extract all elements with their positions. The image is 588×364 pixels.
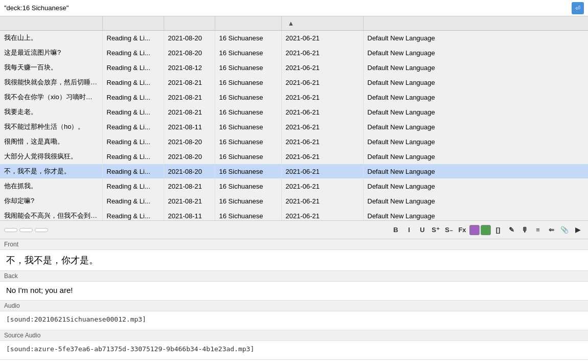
cell-due: 2021-08-20 — [164, 134, 215, 149]
rtl-btn[interactable]: ⇐ — [545, 224, 557, 236]
table-row[interactable]: 我闹能会不高兴，但我不会到想要自…Reading & Li...2021-08-… — [0, 209, 588, 221]
cell-card: Reading & Li... — [102, 46, 164, 60]
more-btn[interactable]: ▶ — [572, 224, 584, 236]
card-editor: Front不，我不是，你才是。BackNo I'm not; you are!A… — [0, 239, 588, 364]
cell-card: Reading & Li... — [102, 60, 164, 75]
attach-btn[interactable]: 📎 — [558, 224, 571, 236]
cards-button[interactable] — [35, 228, 48, 232]
cell-sortField: 我不能过那种生活（ho）。 — [0, 120, 102, 134]
card-table: ▲ 我在山上。Reading & Li...2021-08-2016 Sichu… — [0, 16, 588, 221]
cell-created: 2021-06-21 — [281, 90, 363, 105]
table-row[interactable]: 我很能快就会放弃，然后切睡一会…Reading & Li...2021-08-2… — [0, 75, 588, 90]
cell-due: 2021-08-21 — [164, 90, 215, 105]
field-content-audio[interactable]: [sound:20210621Sichuanese00012.mp3] — [0, 311, 588, 330]
preview-button[interactable] — [4, 228, 17, 232]
list-btn[interactable]: ≡ — [532, 224, 544, 236]
search-button[interactable]: ⏎ — [572, 2, 584, 14]
field-content-front[interactable]: 不，我不是，你才是。 — [0, 250, 588, 270]
bold-btn[interactable]: B — [390, 224, 402, 236]
col-header-card[interactable] — [102, 16, 164, 31]
col-header-note[interactable] — [363, 16, 588, 31]
cell-deck: 16 Sichuanese — [215, 120, 281, 134]
search-input[interactable] — [4, 4, 572, 12]
table-row[interactable]: 很阁惜，这是真嘞。Reading & Li...2021-08-2016 Sic… — [0, 134, 588, 149]
cell-deck: 16 Sichuanese — [215, 149, 281, 164]
cell-card: Reading & Li... — [102, 134, 164, 149]
cell-sortField: 我很能快就会放弃，然后切睡一会… — [0, 75, 102, 90]
table-row[interactable]: 这是最近流图片嘛?Reading & Li...2021-08-2016 Sic… — [0, 46, 588, 60]
table-row[interactable]: 我不能过那种生活（ho）。Reading & Li...2021-08-1116… — [0, 120, 588, 134]
cell-note: Default New Language — [363, 105, 588, 120]
cell-created: 2021-06-21 — [281, 60, 363, 75]
cell-deck: 16 Sichuanese — [215, 31, 281, 46]
cell-sortField: 我每天赚一百块。 — [0, 60, 102, 75]
cell-note: Default New Language — [363, 60, 588, 75]
col-header-deck[interactable] — [215, 16, 281, 31]
cell-created: 2021-06-21 — [281, 120, 363, 134]
table-row[interactable]: 他在抓我。Reading & Li...2021-08-2116 Sichuan… — [0, 179, 588, 194]
field-label-back: Back — [0, 271, 588, 282]
cell-note: Default New Language — [363, 179, 588, 194]
function-btn[interactable]: Fx — [456, 224, 468, 236]
mic-btn[interactable]: 🎙 — [518, 224, 531, 236]
cell-note: Default New Language — [363, 134, 588, 149]
table-row[interactable]: 我在山上。Reading & Li...2021-08-2016 Sichuan… — [0, 31, 588, 46]
cell-sortField: 大部分人觉得我很疯狂。 — [0, 149, 102, 164]
cell-deck: 16 Sichuanese — [215, 179, 281, 194]
field-section-back: BackNo I'm not; you are! — [0, 271, 588, 301]
table-row[interactable]: 不，我不是，你才是。Reading & Li...2021-08-2016 Si… — [0, 164, 588, 179]
cell-sortField: 这是最近流图片嘛? — [0, 46, 102, 60]
table-row[interactable]: 我要走老。Reading & Li...2021-08-2116 Sichuan… — [0, 105, 588, 120]
table-row[interactable]: 大部分人觉得我很疯狂。Reading & Li...2021-08-2016 S… — [0, 149, 588, 164]
superscript-btn[interactable]: S⁺ — [429, 224, 442, 236]
cell-deck: 16 Sichuanese — [215, 60, 281, 75]
cell-created: 2021-06-21 — [281, 75, 363, 90]
cell-note: Default New Language — [363, 149, 588, 164]
cell-created: 2021-06-21 — [281, 134, 363, 149]
field-content-sourceAudio[interactable]: [sound:azure-5fe37ea6-ab71375d-33075129-… — [0, 341, 588, 359]
cell-due: 2021-08-20 — [164, 31, 215, 46]
table-row[interactable]: 我每天赚一百块。Reading & Li...2021-08-1216 Sich… — [0, 60, 588, 75]
col-header-due[interactable] — [164, 16, 215, 31]
cell-created: 2021-06-21 — [281, 164, 363, 179]
cell-due: 2021-08-11 — [164, 209, 215, 221]
bracket-btn[interactable]: [] — [492, 224, 504, 236]
cell-due: 2021-08-21 — [164, 179, 215, 194]
cell-deck: 16 Sichuanese — [215, 164, 281, 179]
field-section-front: Front不，我不是，你才是。 — [0, 239, 588, 271]
cell-due: 2021-08-21 — [164, 105, 215, 120]
underline-btn[interactable]: U — [416, 224, 428, 236]
field-label-audio: Audio — [0, 301, 588, 311]
table-row[interactable]: 我不会在你学（xio）习嘀时候打扰你…Reading & Li...2021-0… — [0, 90, 588, 105]
table-body: 我在山上。Reading & Li...2021-08-2016 Sichuan… — [0, 31, 588, 221]
cell-created: 2021-06-21 — [281, 46, 363, 60]
field-label-front: Front — [0, 239, 588, 250]
field-content-back[interactable]: No I'm not; you are! — [0, 282, 588, 300]
sort-arrow-created: ▲ — [288, 19, 295, 27]
cell-due: 2021-08-21 — [164, 194, 215, 209]
cell-note: Default New Language — [363, 209, 588, 221]
cell-note: Default New Language — [363, 164, 588, 179]
edit-btn[interactable]: ✎ — [505, 224, 517, 236]
cell-card: Reading & Li... — [102, 120, 164, 134]
table-row[interactable]: 你却定嘛?Reading & Li...2021-08-2116 Sichuan… — [0, 194, 588, 209]
color2-btn[interactable] — [481, 225, 491, 235]
fields-button[interactable] — [19, 228, 33, 232]
subscript-btn[interactable]: S₋ — [443, 224, 455, 236]
cell-card: Reading & Li... — [102, 164, 164, 179]
cell-card: Reading & Li... — [102, 149, 164, 164]
cell-note: Default New Language — [363, 46, 588, 60]
cell-sortField: 不，我不是，你才是。 — [0, 164, 102, 179]
cell-card: Reading & Li... — [102, 75, 164, 90]
cell-sortField: 我要走老。 — [0, 105, 102, 120]
color1-btn[interactable] — [469, 225, 480, 235]
editor-toolbar: BIUS⁺S₋Fx[]✎🎙≡⇐📎▶ — [0, 221, 588, 239]
col-header-created[interactable]: ▲ — [281, 16, 363, 31]
cell-due: 2021-08-11 — [164, 120, 215, 134]
field-section-audio: Audio[sound:20210621Sichuanese00012.mp3] — [0, 301, 588, 330]
cell-created: 2021-06-21 — [281, 209, 363, 221]
col-header-sort-field[interactable] — [0, 16, 102, 31]
cell-created: 2021-06-21 — [281, 105, 363, 120]
field-label-sourceAudio: Source Audio — [0, 330, 588, 341]
italic-btn[interactable]: I — [403, 224, 415, 236]
